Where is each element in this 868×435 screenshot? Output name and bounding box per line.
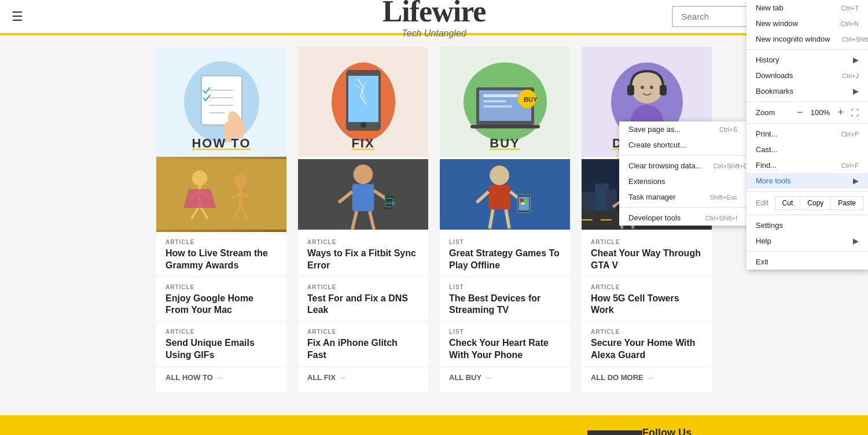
card-fix: FIX HRM ARTICLE [298, 47, 428, 392]
svg-marker-15 [183, 189, 216, 208]
copy-button[interactable]: Copy [800, 196, 831, 210]
cast-item[interactable]: Cast... [746, 142, 868, 157]
card-howto: HOW TO [156, 47, 286, 392]
settings-item[interactable]: Settings [746, 218, 868, 233]
sub-sep-1 [619, 155, 746, 156]
svg-rect-41 [483, 105, 512, 108]
cut-button[interactable]: Cut [775, 196, 801, 210]
developer-tools-item[interactable]: Developer tools Ctrl+Shift+I [619, 210, 746, 226]
svg-rect-24 [348, 76, 378, 122]
category-label-howto: HOW TO [192, 136, 251, 151]
hamburger-menu[interactable]: ☰ [12, 9, 23, 24]
article-block-google: ARTICLE Enjoy Google Home From Your Mac [156, 277, 286, 322]
chrome-menu-container: Save page as... Ctrl+S Create shortcut..… [619, 0, 868, 270]
all-buy-link[interactable]: ALL BUY → [440, 367, 570, 383]
sep-3 [746, 123, 868, 124]
article-block-streaming: LIST The Best Devices for Streaming TV [440, 277, 570, 322]
article-title-grammy[interactable]: How to Live Stream the Grammy Awards [165, 248, 277, 272]
svg-rect-56 [521, 202, 525, 205]
category-label-fix: FIX [351, 136, 374, 151]
all-howto-link[interactable]: ALL HOW TO → [156, 367, 286, 383]
article-title-5g[interactable]: How 5G Cell Towers Work [591, 293, 703, 317]
site-logo[interactable]: Lifewire [382, 0, 486, 28]
save-page-item[interactable]: Save page as... Ctrl+S [619, 121, 746, 137]
more-tools-menu: Save page as... Ctrl+S Create shortcut..… [619, 121, 746, 226]
paste-button[interactable]: Paste [831, 196, 863, 210]
svg-rect-39 [483, 94, 518, 97]
site-tagline: Tech Untangled [382, 28, 486, 39]
article-block-alexa: ARTICLE Secure Your Home With Alexa Guar… [582, 322, 712, 367]
new-window-item[interactable]: New window Ctrl+N [746, 16, 868, 31]
article-title-iphone[interactable]: Fix An iPhone Glitch Fast [307, 337, 419, 362]
card-top-buy: BUY BUY [440, 47, 570, 157]
sep-1 [746, 49, 868, 50]
more-tools-submenu: Save page as... Ctrl+S Create shortcut..… [619, 121, 746, 226]
svg-point-27 [354, 164, 373, 184]
task-manager-item[interactable]: Task manager Shift+Esc [619, 189, 746, 205]
article-block-5g: ARTICLE How 5G Cell Towers Work [582, 277, 712, 322]
article-block-dns: ARTICLE Test For and Fix a DNS Leak [298, 277, 428, 322]
sep-4 [746, 191, 868, 191]
new-tab-item[interactable]: New tab Ctrl+T [746, 0, 868, 16]
article-title-google[interactable]: Enjoy Google Home From Your Mac [165, 293, 277, 317]
extensions-item[interactable]: Extensions [619, 174, 746, 189]
article-title-dns[interactable]: Test For and Fix a DNS Leak [307, 293, 419, 317]
svg-point-46 [490, 165, 509, 185]
article-title-fitbit[interactable]: Ways to Fix a Fitbit Sync Error [307, 248, 419, 272]
article-type-fitbit: ARTICLE [307, 239, 419, 245]
article-title-strategy[interactable]: Great Strategy Games To Play Offline [449, 248, 561, 272]
history-item[interactable]: History ▶ [746, 52, 868, 68]
sep-5 [746, 215, 868, 215]
all-do-link[interactable]: ALL DO MORE → [582, 367, 712, 383]
arrow-icon-fix: → [338, 373, 347, 383]
article-type-heartrate: LIST [449, 329, 561, 335]
banner-email-area: SIGN UP [328, 430, 642, 435]
svg-text:HRM: HRM [387, 201, 395, 205]
article-block-gifs: ARTICLE Send Unique Emails Using GIFs [156, 322, 286, 367]
grammy-illustration [156, 157, 286, 232]
article-type-alexa: ARTICLE [591, 329, 703, 335]
zoom-plus-button[interactable]: + [835, 106, 846, 119]
find-item[interactable]: Find... Ctrl+F [746, 157, 868, 173]
print-item[interactable]: Print... Ctrl+P [746, 126, 868, 142]
arrow-icon-do: → [646, 373, 655, 383]
article-title-streaming[interactable]: The Best Devices for Streaming TV [449, 293, 561, 317]
card-top-fix: FIX [298, 47, 428, 157]
svg-point-16 [234, 174, 247, 187]
sep-6 [746, 251, 868, 252]
more-tools-item[interactable]: More tools ▶ [746, 173, 868, 189]
article-title-heartrate[interactable]: Check Your Heart Rate With Your Phone [449, 337, 561, 362]
fitbit-illustration: HRM [298, 157, 428, 232]
zoom-row: Zoom − 100% + ⛶ [746, 104, 868, 121]
article-block-fitbit: ARTICLE Ways to Fix a Fitbit Sync Error [298, 232, 428, 277]
exit-item[interactable]: Exit [746, 254, 868, 270]
help-item[interactable]: Help ▶ [746, 233, 868, 249]
bookmarks-item[interactable]: Bookmarks ▶ [746, 83, 868, 99]
svg-rect-42 [470, 125, 540, 128]
zoom-minus-button[interactable]: − [795, 106, 806, 119]
all-fix-link[interactable]: ALL FIX → [298, 367, 428, 383]
svg-rect-40 [483, 100, 506, 102]
svg-rect-47 [488, 185, 510, 209]
category-label-buy: BUY [490, 136, 520, 151]
create-shortcut-item[interactable]: Create shortcut... [619, 137, 746, 153]
downloads-item[interactable]: Downloads Ctrl+J [746, 68, 868, 83]
zoom-percent: 100% [810, 108, 830, 117]
svg-rect-8 [156, 159, 286, 230]
follow-us-section: Follow Us f Facebook [642, 427, 712, 435]
clear-browsing-item[interactable]: Clear browsing data... Ctrl+Shift+Del [619, 158, 746, 174]
zoom-expand-button[interactable]: ⛶ [851, 108, 859, 117]
article-img-fitbit: HRM [298, 157, 428, 232]
edit-row: Edit Cut Copy Paste [746, 194, 868, 212]
article-type-3: ARTICLE [165, 329, 277, 335]
article-title-alexa[interactable]: Secure Your Home With Alexa Guard [591, 337, 703, 362]
svg-text:BUY: BUY [524, 96, 538, 103]
article-type-5g: ARTICLE [591, 284, 703, 290]
new-incognito-item[interactable]: New incognito window Ctrl+Shift+N [746, 31, 868, 47]
sub-sep-2 [619, 207, 746, 208]
howto-illustration [181, 58, 262, 145]
follow-label: Follow Us [642, 427, 712, 435]
article-block-grammy: ARTICLE How to Live Stream the Grammy Aw… [156, 232, 286, 277]
article-title-gifs[interactable]: Send Unique Emails Using GIFs [165, 337, 277, 362]
signup-button[interactable]: SIGN UP [587, 430, 642, 435]
